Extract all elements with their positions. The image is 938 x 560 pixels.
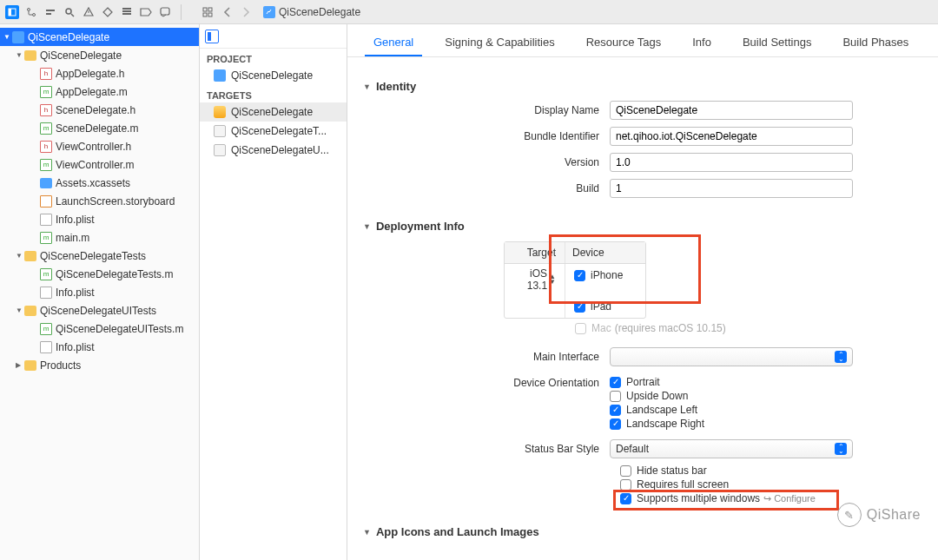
- checkbox-iphone[interactable]: [574, 270, 585, 281]
- navigator-breakpoint-icon[interactable]: [139, 5, 153, 19]
- navigator-project-icon[interactable]: [5, 5, 19, 19]
- configure-link[interactable]: ↪ Configure: [763, 493, 816, 504]
- file-item[interactable]: Info.plist: [0, 283, 199, 301]
- folder-label: QiSceneDelegateTests: [40, 250, 146, 262]
- file-label: Info.plist: [56, 341, 95, 353]
- deployment-target-table: Target Device iOS 13.1 ▲▼ iPh: [504, 241, 646, 319]
- status-bar-label: Status Bar Style: [347, 443, 610, 455]
- file-item[interactable]: mViewController.m: [0, 155, 199, 174]
- settings-content: ▼Identity Display Name Bundle Identifier…: [347, 57, 938, 560]
- folder-group[interactable]: ▼ QiSceneDelegateUITests: [0, 301, 199, 320]
- toolbar-divider: [181, 4, 182, 20]
- tab-general[interactable]: General: [358, 36, 429, 56]
- navigator-source-control-icon[interactable]: [24, 5, 38, 19]
- device-ipad-label: iPad: [591, 300, 611, 313]
- project-header: PROJECT: [200, 49, 347, 66]
- watermark: ✎ QiShare: [837, 503, 921, 527]
- folder-group[interactable]: ▼ QiSceneDelegate: [0, 46, 199, 64]
- section-identity[interactable]: ▼Identity: [347, 76, 938, 96]
- nav-back-icon[interactable]: [220, 3, 234, 21]
- impl-file-icon: m: [40, 86, 52, 98]
- checkbox-mac[interactable]: [575, 323, 586, 334]
- tab-signing-capabilities[interactable]: Signing & Capabilities: [429, 36, 570, 56]
- target-item[interactable]: QiSceneDelegateT...: [200, 122, 347, 141]
- navigator-issue-icon[interactable]: [82, 5, 96, 19]
- target-item[interactable]: QiSceneDelegate: [200, 102, 347, 122]
- file-item[interactable]: mSceneDelegate.m: [0, 119, 199, 137]
- tab-resource-tags[interactable]: Resource Tags: [571, 36, 677, 56]
- device-mac-label: Mac: [591, 322, 611, 334]
- file-item[interactable]: Info.plist: [0, 338, 199, 356]
- section-title: Identity: [376, 80, 416, 93]
- display-name-input[interactable]: [610, 101, 853, 120]
- file-item[interactable]: mmain.m: [0, 228, 199, 247]
- status-bar-value: Default: [616, 443, 649, 455]
- xcodeproj-icon: [214, 69, 226, 82]
- folder-label: Products: [40, 359, 81, 372]
- checkbox-ipad[interactable]: [574, 301, 585, 313]
- folder-icon: [24, 360, 36, 371]
- navigator-symbol-icon[interactable]: [43, 5, 57, 19]
- tab-build-settings[interactable]: Build Settings: [727, 36, 828, 56]
- file-label: LaunchScreen.storyboard: [56, 195, 175, 208]
- show-project-editor-icon[interactable]: [205, 30, 219, 43]
- file-label: main.m: [56, 232, 89, 244]
- section-deployment[interactable]: ▼Deployment Info: [347, 216, 938, 236]
- top-toolbar: QiSceneDelegate: [0, 0, 938, 24]
- project-root[interactable]: ▼ QiSceneDelegate: [0, 28, 199, 46]
- folder-products[interactable]: ▶ Products: [0, 356, 199, 374]
- file-item[interactable]: hViewController.h: [0, 137, 199, 155]
- storyboard-icon: [40, 195, 52, 208]
- main-interface-dropdown[interactable]: ⌃⌄: [610, 347, 853, 366]
- file-label: ViewController.h: [56, 141, 131, 153]
- status-bar-dropdown[interactable]: Default⌃⌄: [610, 439, 853, 458]
- app-target-icon: [214, 106, 226, 118]
- navigator-test-icon[interactable]: [101, 5, 115, 19]
- navigator-debug-icon[interactable]: [120, 5, 134, 19]
- plist-icon: [40, 341, 52, 353]
- impl-file-icon: m: [40, 122, 52, 135]
- file-item[interactable]: hSceneDelegate.h: [0, 101, 199, 119]
- folder-group[interactable]: ▼ QiSceneDelegateTests: [0, 247, 199, 265]
- svg-rect-16: [208, 13, 212, 16]
- target-item[interactable]: QiSceneDelegateU...: [200, 141, 347, 160]
- file-item[interactable]: mQiSceneDelegateUITests.m: [0, 320, 199, 338]
- project-navigator[interactable]: ▼ QiSceneDelegate ▼ QiSceneDelegate hApp…: [0, 24, 200, 560]
- xcodeproj-icon: [12, 31, 24, 43]
- project-item[interactable]: QiSceneDelegate: [200, 66, 347, 85]
- tab-build-phases[interactable]: Build Phases: [827, 36, 924, 56]
- checkbox-portrait[interactable]: [610, 377, 621, 388]
- file-item[interactable]: hAppDelegate.h: [0, 64, 199, 82]
- nav-forward-icon[interactable]: [239, 3, 253, 21]
- orientation-portrait-label: Portrait: [626, 376, 660, 388]
- deployment-target-value: iOS 13.1: [513, 267, 547, 292]
- file-item[interactable]: LaunchScreen.storyboard: [0, 192, 199, 210]
- watermark-text: QiShare: [867, 507, 921, 523]
- hide-status-label: Hide status bar: [637, 464, 707, 477]
- deployment-target-dropdown[interactable]: iOS 13.1 ▲▼: [513, 267, 556, 292]
- checkbox-landscape-right[interactable]: [610, 418, 621, 430]
- checkbox-hide-status-bar[interactable]: [620, 465, 631, 477]
- related-items-icon[interactable]: [201, 5, 215, 19]
- checkbox-requires-full-screen[interactable]: [620, 479, 631, 491]
- svg-rect-15: [203, 13, 207, 16]
- breadcrumb[interactable]: QiSceneDelegate: [263, 6, 360, 18]
- section-title: Deployment Info: [376, 220, 465, 233]
- file-item[interactable]: Info.plist: [0, 210, 199, 228]
- file-item[interactable]: Assets.xcassets: [0, 174, 199, 192]
- plist-icon: [40, 214, 52, 226]
- navigator-find-icon[interactable]: [63, 5, 76, 19]
- checkbox-landscape-left[interactable]: [610, 405, 621, 416]
- checkbox-upside-down[interactable]: [610, 391, 621, 402]
- file-item[interactable]: mAppDelegate.m: [0, 82, 199, 101]
- header-file-icon: h: [40, 68, 52, 80]
- file-item[interactable]: mQiSceneDelegateTests.m: [0, 265, 199, 283]
- tab-info[interactable]: Info: [677, 36, 727, 56]
- version-input[interactable]: [610, 153, 853, 172]
- checkbox-supports-multiple-windows[interactable]: [620, 493, 631, 504]
- svg-point-6: [66, 9, 71, 14]
- navigator-report-icon[interactable]: [158, 5, 172, 19]
- build-input[interactable]: [610, 179, 853, 198]
- test-target-icon: [214, 144, 226, 156]
- bundle-id-input[interactable]: [610, 127, 853, 146]
